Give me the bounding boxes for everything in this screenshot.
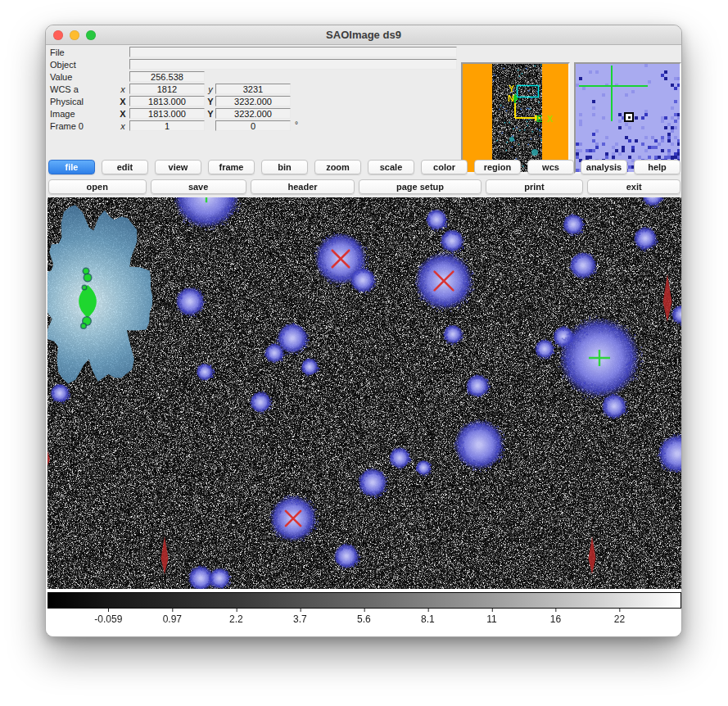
menu-button-row: file edit view frame bin zoom scale colo… [48, 160, 681, 174]
menu-analysis-button[interactable]: analysis [581, 160, 627, 174]
wcs-row: WCS a x 1812 y 3231 [46, 84, 459, 96]
colorbar-ticks: -0.059 0.97 2.2 3.7 5.6 8.1 11 16 22 [47, 609, 681, 633]
print-button[interactable]: print [486, 179, 584, 194]
colorbar-tick: -0.059 [94, 613, 122, 625]
object-label: Object [50, 60, 76, 70]
colorbar-tick: 11 [486, 613, 496, 625]
action-button-row: open save header page setup print exit [48, 179, 681, 194]
image-y-label: Y [206, 109, 215, 119]
physical-y-field[interactable]: 3232.000 [215, 96, 291, 106]
save-button[interactable]: save [151, 179, 246, 194]
menu-view-button[interactable]: view [155, 160, 201, 174]
frame-zoom-field[interactable]: 1 [129, 120, 205, 131]
colorbar-tick: 5.6 [357, 613, 371, 625]
wcs-y-label: y [206, 84, 215, 94]
info-panel: File Object Value 256.538 WCS a x 1812 y… [46, 45, 681, 156]
frame-rotation-field[interactable]: 0 [215, 120, 291, 131]
object-field[interactable] [129, 59, 457, 70]
colorbar-tick: 0.97 [163, 613, 182, 625]
colorbar-tick: 2.2 [229, 613, 243, 625]
menu-color-button[interactable]: color [421, 160, 468, 174]
titlebar[interactable]: SAOImage ds9 [46, 25, 681, 45]
colorbar-tick: 8.1 [421, 613, 435, 625]
file-row: File [46, 47, 459, 59]
wcs-x-label: x [118, 84, 128, 94]
file-label: File [50, 48, 65, 57]
frame-row: Frame 0 x 1 0 ° [46, 120, 459, 133]
menu-bin-button[interactable]: bin [261, 160, 308, 174]
physical-y-label: Y [206, 97, 215, 106]
image-y-field[interactable]: 3232.000 [215, 108, 291, 119]
menu-wcs-button[interactable]: wcs [527, 160, 574, 174]
wcs-y-field[interactable]: 3231 [215, 84, 291, 94]
window-title: SAOImage ds9 [46, 25, 681, 45]
app-window: SAOImage ds9 File Object Value 256.538 W… [45, 25, 682, 637]
colorbar-tick: 3.7 [293, 613, 307, 625]
frame-x-label: x [118, 121, 128, 131]
menu-edit-button[interactable]: edit [102, 160, 148, 174]
panner-canvas[interactable] [463, 64, 568, 172]
physical-row: Physical X 1813.000 Y 3232.000 [46, 96, 459, 108]
value-label: Value [50, 72, 72, 82]
image-x-field[interactable]: 1813.000 [129, 108, 205, 119]
header-button[interactable]: header [251, 179, 355, 194]
colorbar-tick: 22 [614, 613, 625, 625]
menu-frame-button[interactable]: frame [208, 160, 255, 174]
menu-file-button[interactable]: file [48, 160, 95, 174]
menu-scale-button[interactable]: scale [368, 160, 414, 174]
value-row: Value 256.538 [46, 71, 459, 84]
image-label: Image [50, 109, 75, 119]
menu-help-button[interactable]: help [634, 160, 681, 174]
wcs-x-field[interactable]: 1812 [129, 84, 205, 94]
value-field[interactable]: 256.538 [129, 71, 205, 82]
physical-label: Physical [50, 97, 84, 106]
colorbar-gradient[interactable] [47, 592, 681, 609]
frame-label: Frame 0 [50, 121, 84, 131]
object-row: Object [46, 59, 459, 71]
menu-zoom-button[interactable]: zoom [314, 160, 361, 174]
wcs-label: WCS a [50, 84, 79, 94]
magnifier-canvas[interactable] [576, 64, 680, 172]
file-field[interactable] [129, 47, 457, 57]
colorbar-section: -0.059 0.97 2.2 3.7 5.6 8.1 11 16 22 [46, 589, 681, 637]
magnifier[interactable] [574, 62, 681, 174]
colorbar-tick: 16 [550, 613, 561, 625]
image-row: Image X 1813.000 Y 3232.000 [46, 108, 459, 120]
physical-x-label: X [118, 97, 128, 106]
physical-x-field[interactable]: 1813.000 [129, 96, 205, 106]
menu-region-button[interactable]: region [474, 160, 521, 174]
image-display[interactable] [47, 197, 681, 589]
exit-button[interactable]: exit [587, 179, 681, 194]
open-button[interactable]: open [48, 179, 147, 194]
coordinate-readout: File Object Value 256.538 WCS a x 1812 y… [46, 47, 459, 133]
image-x-label: X [118, 109, 128, 119]
degree-symbol: ° [295, 120, 298, 129]
page-setup-button[interactable]: page setup [359, 179, 481, 194]
panner[interactable] [461, 62, 570, 174]
desktop: SAOImage ds9 File Object Value 256.538 W… [0, 0, 728, 706]
image-canvas[interactable] [47, 197, 681, 589]
